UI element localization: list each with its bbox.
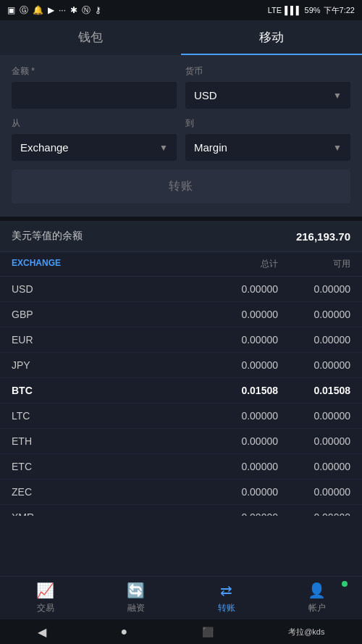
status-right-icons: LTE ▌▌▌ 59% 下午7:22 (268, 5, 355, 16)
table-row[interactable]: EUR 0.00000 0.00000 (0, 327, 362, 353)
cell-total-value: 0.00000 (191, 334, 278, 346)
icon-nfc: Ⓝ (82, 4, 90, 17)
icon-dots: ··· (59, 5, 66, 15)
status-bar: ▣ Ⓖ 🔔 ▶ ··· ✱ Ⓝ ⚷ LTE ▌▌▌ 59% 下午7:22 (0, 0, 362, 20)
cell-avail-value: 0.00000 (278, 334, 350, 346)
col-total-header: 总计 (191, 258, 278, 270)
tab-header: 钱包 移动 (0, 20, 362, 55)
cell-total-value: 0.01508 (191, 385, 278, 396)
nav-item-account[interactable]: 👤 帐户 (272, 577, 362, 619)
battery-level: 59% (305, 6, 321, 14)
currency-label: 货币 (185, 65, 350, 78)
trade-label: 交易 (37, 602, 54, 614)
to-group: 到 Margin ▼ (185, 117, 350, 161)
cell-currency-name: ETH (12, 435, 191, 447)
table-row[interactable]: USD 0.00000 0.00000 (0, 277, 362, 302)
table-body: USD 0.00000 0.00000 GBP 0.00000 0.00000 … (0, 277, 362, 516)
to-arrow-icon: ▼ (333, 143, 342, 153)
form-area: 金额 * 货币 USD ▼ 从 Exchange ▼ 到 Margin ▼ (0, 55, 362, 217)
cell-avail-value: 0.01508 (278, 385, 350, 396)
to-value: Margin (194, 141, 227, 154)
icon-bluetooth: ✱ (70, 5, 77, 15)
status-left-icons: ▣ Ⓖ 🔔 ▶ ··· ✱ Ⓝ ⚷ (7, 4, 101, 17)
nav-item-transfer[interactable]: ⇄ 转账 (181, 577, 272, 619)
cell-total-value: 0.00000 (191, 283, 278, 295)
amount-group: 金额 * (12, 65, 177, 109)
table-row[interactable]: ZEC 0.00000 0.00000 (0, 480, 362, 505)
cell-avail-value: 0.00000 (278, 511, 350, 516)
transfer-btn-row: 转账 (12, 170, 350, 204)
icon-bell: 🔔 (33, 5, 43, 15)
icon-square: ▣ (7, 5, 15, 15)
trade-icon: 📈 (36, 582, 54, 599)
col-avail-header: 可用 (278, 258, 350, 270)
cell-currency-name: BTC (12, 385, 191, 396)
cell-avail-value: 0.00000 (278, 283, 350, 295)
from-group: 从 Exchange ▼ (12, 117, 177, 161)
back-button[interactable]: ◀ (38, 625, 46, 639)
currency-group: 货币 USD ▼ (185, 65, 350, 109)
cell-currency-name: ETC (12, 461, 191, 472)
account-online-dot (342, 581, 348, 587)
to-select[interactable]: Margin ▼ (185, 134, 350, 161)
table-row[interactable]: ETH 0.00000 0.00000 (0, 429, 362, 454)
form-row-amount-currency: 金额 * 货币 USD ▼ (12, 65, 350, 109)
cell-avail-value: 0.00000 (278, 410, 350, 422)
cell-total-value: 0.00000 (191, 486, 278, 498)
transfer-icon: ⇄ (220, 582, 232, 599)
table-row[interactable]: LTC 0.00000 0.00000 (0, 403, 362, 429)
account-label: 帐户 (308, 602, 326, 614)
bottom-nav: 📈 交易 🔄 融资 ⇄ 转账 👤 帐户 (0, 576, 362, 619)
finance-label: 融资 (127, 602, 145, 614)
form-row-from-to: 从 Exchange ▼ 到 Margin ▼ (12, 117, 350, 161)
icon-key: ⚷ (95, 5, 101, 15)
from-arrow-icon: ▼ (159, 143, 168, 153)
cell-currency-name: XMR (12, 511, 191, 516)
nav-item-finance[interactable]: 🔄 融资 (90, 577, 181, 619)
amount-label: 金额 * (12, 65, 177, 78)
recents-button[interactable]: ⬛ (202, 627, 214, 637)
home-button[interactable]: ● (121, 625, 128, 638)
current-time: 下午7:22 (324, 5, 355, 16)
cell-total-value: 0.00000 (191, 435, 278, 447)
cell-total-value: 0.00000 (191, 309, 278, 320)
table-row[interactable]: BTC 0.01508 0.01508 (0, 378, 362, 403)
account-icon: 👤 (308, 582, 326, 599)
icon-play: ▶ (48, 5, 54, 15)
table-row[interactable]: JPY 0.00000 0.00000 (0, 353, 362, 378)
cell-currency-name: EUR (12, 334, 191, 346)
cell-avail-value: 0.00000 (278, 435, 350, 447)
currency-value: USD (194, 89, 217, 101)
table-row[interactable]: ETC 0.00000 0.00000 (0, 454, 362, 480)
cell-total-value: 0.00000 (191, 359, 278, 371)
cell-total-value: 0.00000 (191, 511, 278, 516)
cell-avail-value: 0.00000 (278, 486, 350, 498)
balance-section: 美元等值的余额 216,193.70 (0, 221, 362, 252)
cell-currency-name: USD (12, 283, 191, 295)
cell-currency-name: LTC (12, 410, 191, 422)
table-row[interactable]: GBP 0.00000 0.00000 (0, 302, 362, 327)
branding-text: 考拉@kds (288, 627, 324, 637)
from-select[interactable]: Exchange ▼ (12, 134, 177, 161)
icon-g: Ⓖ (20, 4, 28, 17)
nav-item-trade[interactable]: 📈 交易 (0, 577, 90, 619)
currency-select[interactable]: USD ▼ (185, 82, 350, 109)
transfer-button[interactable]: 转账 (12, 170, 350, 204)
balance-label: 美元等值的余额 (12, 230, 83, 243)
table-row[interactable]: XMR 0.00000 0.00000 (0, 505, 362, 516)
tab-wallet[interactable]: 钱包 (0, 20, 181, 55)
section-label: EXCHANGE (12, 258, 191, 270)
cell-avail-value: 0.00000 (278, 461, 350, 472)
cell-currency-name: JPY (12, 359, 191, 371)
cell-total-value: 0.00000 (191, 461, 278, 472)
lte-indicator: LTE (268, 6, 282, 14)
currency-arrow-icon: ▼ (333, 91, 342, 101)
table-header: EXCHANGE 总计 可用 (0, 252, 362, 277)
cell-total-value: 0.00000 (191, 410, 278, 422)
cell-currency-name: ZEC (12, 486, 191, 498)
signal-bars: ▌▌▌ (285, 6, 301, 14)
balance-value: 216,193.70 (296, 230, 350, 243)
tab-transfer[interactable]: 移动 (181, 20, 362, 55)
transfer-nav-label: 转账 (218, 602, 235, 614)
amount-input[interactable] (12, 82, 177, 109)
